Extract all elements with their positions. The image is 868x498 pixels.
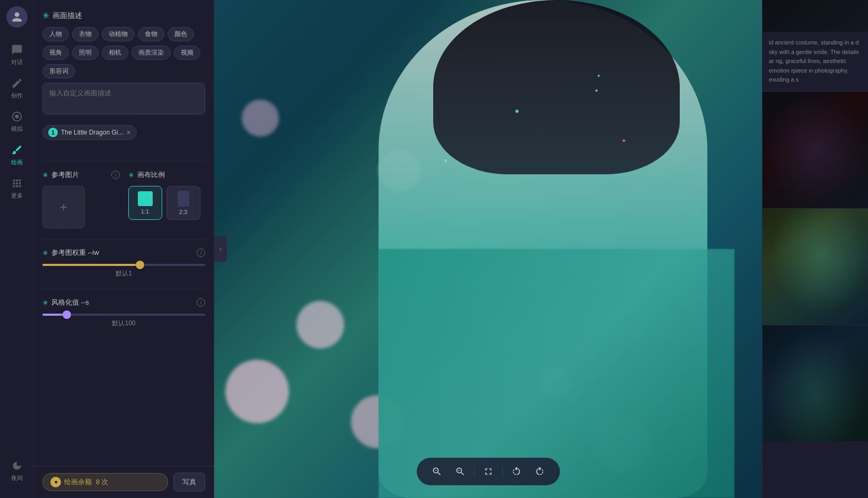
model-name: The Little Dragon Gi... (61, 129, 123, 136)
sidebar-item-create[interactable]: 创作 (0, 72, 33, 105)
sidebar-item-chat[interactable]: 对话 (0, 38, 33, 72)
divider-3 (42, 289, 205, 289)
rotate-left-button[interactable] (507, 462, 526, 481)
right-panel: id ancient costume, standing in a d sky … (762, 0, 868, 498)
tag-camera[interactable]: 相机 (102, 46, 128, 60)
ref-weight-slider-container: 默认1 (42, 264, 205, 278)
chat-icon (11, 43, 23, 56)
canvas-ratio-title: 画布比例 (137, 170, 165, 180)
sidebar-item-simulate[interactable]: 模拟 (0, 105, 33, 138)
sidebar-label-more: 更多 (11, 192, 23, 200)
simulate-icon (11, 110, 23, 123)
add-image-button[interactable]: + (42, 186, 85, 228)
bottom-actions-bar: ✦ 绘画余额 8 次 写真 (34, 466, 214, 498)
create-icon (11, 77, 23, 90)
credits-icon: ✦ (50, 477, 61, 487)
tag-video[interactable]: 视频 (174, 46, 200, 60)
tags-row-3: 形容词 (42, 64, 205, 78)
sidebar-label-simulate: 模拟 (11, 125, 23, 133)
sidebar-item-night[interactable]: 夜间 (0, 454, 33, 487)
thumbnail-3[interactable] (762, 325, 868, 441)
draw-icon (11, 144, 23, 156)
tag-animals[interactable]: 动植物 (102, 27, 135, 41)
model-tag[interactable]: 1 The Little Dragon Gi... × (42, 125, 137, 140)
ref-weight-title: 参考图权重 --iw (51, 248, 99, 257)
ref-weight-slider-fill (42, 264, 140, 266)
tag-adjective[interactable]: 形容词 (42, 64, 75, 78)
tag-quality[interactable]: 画质渲染 (131, 46, 171, 60)
style-value-slider-track (42, 314, 205, 316)
zoom-out-button[interactable] (427, 462, 446, 481)
sidebar-item-more[interactable]: 更多 (0, 172, 33, 205)
bottom-spacer (42, 339, 205, 381)
style-value-slider-container: 默认100 (42, 314, 205, 328)
fullscreen-button[interactable] (479, 462, 498, 481)
ref-weight-section: ✳ 参考图权重 --iw i 默认1 (42, 248, 205, 278)
night-icon (11, 459, 23, 472)
nav-bottom: 夜间 (0, 454, 33, 498)
style-value-title: 风格化值 --s (51, 298, 89, 307)
toolbar-divider-2 (502, 466, 503, 477)
sidebar-label-draw: 绘画 (11, 158, 23, 166)
model-remove-button[interactable]: × (126, 128, 130, 137)
style-value-slider-thumb[interactable] (63, 310, 71, 319)
ratio-options: 1:1 2:3 (128, 186, 206, 220)
center-image-viewer (214, 0, 762, 498)
style-value-info-icon[interactable]: i (197, 298, 205, 307)
sidebar-label-night: 夜间 (11, 474, 23, 482)
right-description-text: id ancient costume, standing in a d sky … (762, 32, 868, 92)
image-toolbar (417, 458, 560, 485)
zoom-in-button[interactable] (451, 462, 470, 481)
divider-1 (42, 161, 205, 162)
credits-badge[interactable]: ✦ 绘画余额 8 次 (42, 473, 168, 491)
avatar (6, 6, 28, 28)
style-value-section: ✳ 风格化值 --s i 默认100 (42, 298, 205, 328)
canvas-ratio-section: ✳ 画布比例 1:1 2:3 (128, 170, 206, 228)
tags-row-2: 视角 照明 相机 画质渲染 视频 (42, 46, 205, 60)
tags-row-1: 人物 衣物 动植物 食物 颜色 (42, 27, 205, 41)
tag-color[interactable]: 颜色 (168, 27, 194, 41)
divider-2 (42, 239, 205, 239)
tag-person[interactable]: 人物 (42, 27, 69, 41)
ratio-1-1-button[interactable]: 1:1 (128, 186, 162, 220)
tag-clothing[interactable]: 衣物 (72, 27, 99, 41)
nav-sidebar: 对话 创作 模拟 绘画 更多 (0, 0, 34, 498)
style-value-slider-label: 默认100 (42, 319, 205, 328)
thumbnail-2[interactable] (762, 208, 868, 325)
more-icon (11, 177, 23, 190)
right-thumbnails (762, 92, 868, 441)
ref-weight-slider-track (42, 264, 205, 266)
ref-image-info-icon[interactable]: i (111, 171, 120, 179)
tag-lighting[interactable]: 照明 (72, 46, 99, 60)
svg-point-0 (15, 114, 19, 118)
credits-text: 绘画余额 8 次 (64, 477, 108, 487)
ref-image-section: ✳ 参考图片 i + (42, 170, 120, 228)
scene-desc-section-title: ✳ 画面描述 (42, 11, 205, 21)
tag-food[interactable]: 食物 (138, 27, 164, 41)
sidebar-item-draw[interactable]: 绘画 (0, 138, 33, 172)
sidebar-label-chat: 对话 (11, 58, 23, 66)
ref-weight-info-icon[interactable]: i (197, 248, 205, 257)
right-panel-top-dark (762, 0, 868, 32)
thumbnail-1[interactable] (762, 92, 868, 208)
ratio-2-3-button[interactable]: 2:3 (166, 186, 200, 220)
style-button[interactable]: 写真 (173, 473, 205, 492)
rotate-right-button[interactable] (530, 462, 549, 481)
toolbar-divider-1 (474, 466, 475, 477)
ref-weight-slider-label: 默认1 (42, 269, 205, 278)
ref-image-title: 参考图片 (51, 170, 79, 180)
ratio-1-1-icon (138, 191, 153, 206)
model-number: 1 (48, 128, 58, 137)
ref-weight-slider-thumb[interactable] (136, 261, 144, 269)
collapse-panel-button[interactable]: ‹ (214, 236, 227, 262)
tag-angle[interactable]: 视角 (42, 46, 69, 60)
ratio-2-3-icon (178, 191, 189, 207)
sidebar-label-create: 创作 (11, 92, 23, 100)
main-image (214, 0, 762, 498)
custom-desc-input[interactable] (42, 83, 205, 114)
left-panel: ✳ 画面描述 人物 衣物 动植物 食物 颜色 视角 照明 相机 画质渲染 视频 … (34, 0, 214, 498)
